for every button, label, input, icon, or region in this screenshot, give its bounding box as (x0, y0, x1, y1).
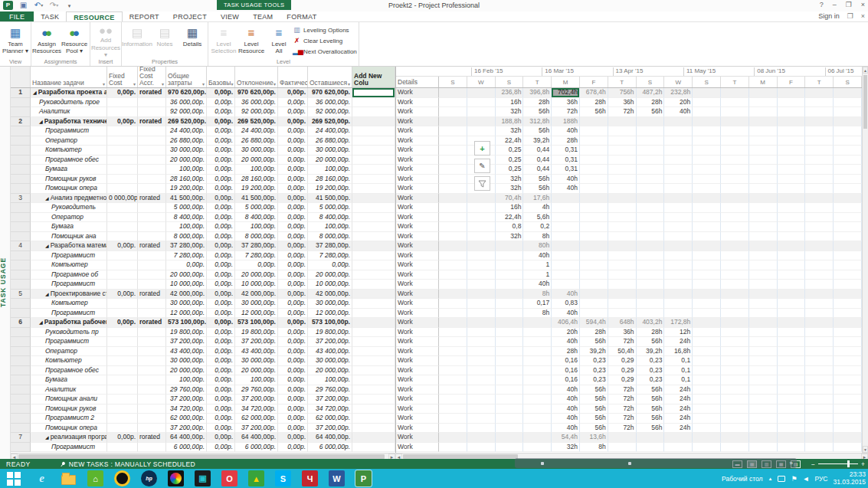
task-id-cell[interactable] (11, 175, 31, 185)
work-cell[interactable] (805, 213, 834, 223)
work-cell[interactable] (834, 395, 862, 404)
add-new-column-cell[interactable] (352, 98, 395, 108)
variance-cell[interactable]: 28 160,00р. (235, 175, 278, 185)
work-cell[interactable] (637, 156, 665, 165)
actual-cell[interactable]: 0,00р. (278, 213, 308, 223)
baseline-cell[interactable]: 0,00р. (207, 194, 235, 204)
task-name-cell[interactable]: Бумага (31, 375, 107, 385)
variance-cell[interactable]: 62 000,00р. (235, 414, 278, 424)
total-cost-cell[interactable]: 10 000,00р. (166, 280, 207, 290)
fixed-cost-cell[interactable] (107, 366, 138, 376)
work-cell[interactable]: 28h (637, 98, 665, 108)
actual-cell[interactable]: 0,00р. (278, 309, 308, 319)
task-id-cell[interactable] (11, 366, 31, 376)
work-cell[interactable] (496, 347, 524, 357)
task-id-cell[interactable] (11, 328, 31, 338)
work-cell[interactable] (693, 299, 721, 309)
add-new-column-cell[interactable] (352, 375, 395, 385)
work-cell[interactable] (552, 241, 580, 251)
work-cell[interactable] (834, 165, 862, 175)
total-cost-cell[interactable]: 573 100,00р. (166, 318, 207, 328)
baseline-cell[interactable]: 0,00р. (207, 280, 235, 290)
work-cell[interactable] (467, 309, 496, 319)
total-cost-cell[interactable]: 62 000,00р. (166, 414, 207, 424)
work-cell[interactable] (834, 424, 862, 434)
variance-cell[interactable]: 37 200,00р. (235, 337, 278, 347)
work-cell[interactable] (749, 213, 778, 223)
fixed-cost-cell[interactable] (107, 328, 138, 338)
details-cell[interactable]: Work (396, 213, 439, 223)
expand-triangle-icon[interactable]: ◢ (39, 320, 43, 325)
details-cell[interactable]: Work (396, 309, 439, 319)
add-new-column-cell[interactable] (352, 270, 395, 280)
work-cell[interactable] (608, 184, 637, 194)
work-cell[interactable]: 28h (523, 98, 552, 108)
zoom-in-icon[interactable]: + (861, 460, 865, 468)
fixed-cost-accrual-cell[interactable] (138, 175, 166, 185)
file-explorer-icon[interactable] (61, 470, 77, 486)
task-name-cell[interactable]: Оператор (31, 347, 107, 357)
remaining-cell[interactable]: 37 280,00р. (308, 241, 352, 251)
work-cell[interactable]: 56h (637, 424, 665, 434)
work-cell[interactable] (805, 136, 834, 146)
work-cell[interactable] (778, 395, 806, 404)
variance-cell[interactable]: 64 400,00р. (235, 433, 278, 443)
details-cell[interactable]: Work (396, 241, 439, 251)
details-cell[interactable]: Work (396, 146, 439, 156)
work-cell[interactable] (664, 194, 693, 204)
work-cell[interactable] (749, 175, 778, 185)
work-cell[interactable]: 16,8h (664, 347, 693, 357)
work-cell[interactable] (693, 232, 721, 242)
work-cell[interactable] (664, 222, 693, 232)
details-cell[interactable]: Work (396, 404, 439, 414)
remaining-cell[interactable]: 41 500,00р. (308, 194, 352, 204)
work-cell[interactable] (439, 175, 467, 185)
work-cell[interactable] (467, 356, 496, 366)
work-cell[interactable] (749, 203, 778, 213)
work-cell[interactable] (523, 443, 552, 453)
remaining-cell[interactable]: 100,00р. (308, 222, 352, 232)
baseline-cell[interactable]: 0,00р. (207, 222, 235, 232)
fixed-cost-accrual-cell[interactable]: rorated (138, 318, 166, 328)
work-cell[interactable] (439, 184, 467, 194)
work-cell[interactable] (749, 318, 778, 328)
work-cell[interactable] (749, 366, 778, 376)
work-cell[interactable]: 32h (496, 126, 524, 136)
variance-cell[interactable]: 8 000,00р. (235, 232, 278, 242)
work-cell[interactable] (580, 203, 608, 213)
work-cell[interactable] (778, 290, 806, 300)
task-name-cell[interactable]: ◢Разработка техничес (31, 117, 107, 127)
work-cell[interactable] (778, 117, 806, 127)
work-cell[interactable] (834, 347, 862, 357)
work-cell[interactable]: 0,25 (496, 165, 524, 175)
baseline-cell[interactable]: 0,00р. (207, 395, 235, 404)
work-cell[interactable] (749, 251, 778, 261)
total-cost-cell[interactable]: 30 000,00р. (166, 356, 207, 366)
fixed-cost-cell[interactable] (107, 203, 138, 213)
baseline-cell[interactable]: 0,00р. (207, 146, 235, 156)
work-cell[interactable] (637, 260, 665, 270)
work-cell[interactable]: 0,17 (523, 299, 552, 309)
fixed-cost-accrual-cell[interactable] (138, 156, 166, 165)
work-cell[interactable] (693, 126, 721, 136)
remaining-cell[interactable]: 42 000,00р. (308, 290, 352, 300)
baseline-cell[interactable]: 0,00р. (207, 328, 235, 338)
work-cell[interactable] (580, 299, 608, 309)
work-cell[interactable] (637, 175, 665, 185)
work-cell[interactable] (749, 395, 778, 404)
remaining-cell[interactable]: 10 000,00р. (308, 280, 352, 290)
remaining-cell[interactable]: 28 160,00р. (308, 175, 352, 185)
work-cell[interactable] (439, 385, 467, 395)
details-cell[interactable]: Work (396, 203, 439, 213)
camera-app-icon[interactable]: ▣ (195, 470, 211, 486)
fixed-cost-accrual-cell[interactable] (138, 165, 166, 175)
task-id-cell[interactable] (11, 136, 31, 146)
work-cell[interactable] (496, 260, 524, 270)
baseline-cell[interactable]: 0,00р. (207, 404, 235, 414)
work-cell[interactable] (439, 328, 467, 338)
task-id-cell[interactable] (11, 443, 31, 453)
details-cell[interactable]: Work (396, 433, 439, 443)
skype-icon[interactable]: S (275, 470, 291, 486)
work-cell[interactable] (523, 424, 552, 434)
total-cost-cell[interactable]: 24 400,00р. (166, 126, 207, 136)
